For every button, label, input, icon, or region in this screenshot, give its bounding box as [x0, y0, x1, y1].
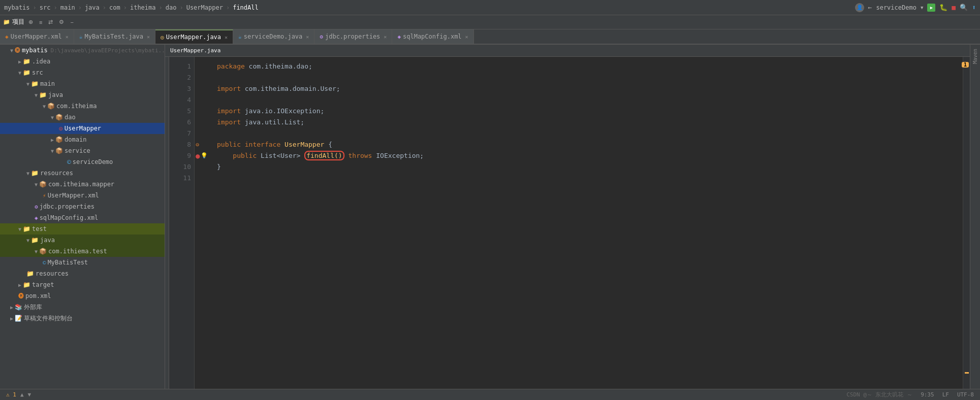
tab-mybatistest[interactable]: ☕ MyBatisTest.java ✕ [74, 29, 155, 44]
tab-usermapper-java[interactable]: ◎ UserMapper.java ✕ [155, 29, 233, 44]
code-line-8: public interface UserMapper { [217, 139, 955, 150]
nav-minimize-btn[interactable]: − [68, 18, 75, 26]
code-line-3: import com.itheima.domain.User; [217, 83, 955, 94]
tree-scratches[interactable]: ▶ 📝 草稿文件和控制台 [0, 313, 165, 324]
gi-9[interactable]: ● 💡 [196, 150, 208, 161]
ln-5: 5 [172, 106, 191, 117]
tab-jdbc[interactable]: ⚙ jdbc.properties ✕ [314, 29, 392, 44]
right-sidebar-panel: Maven [970, 45, 980, 389]
tree-dao[interactable]: ▼ 📦 dao [0, 112, 165, 123]
tree-com-ithiema-test[interactable]: ▼ 📦 com.ithiema.test [0, 246, 165, 257]
tree-jdbc-properties[interactable]: ⚙ jdbc.properties [0, 201, 165, 212]
mybatis-icon: 🅜 [15, 47, 20, 54]
tab-icon-sql: ◈ [397, 34, 401, 40]
tab-sqlmapconfig[interactable]: ◈ sqlMapConfig.xml ✕ [392, 29, 473, 44]
tab-close-mybatistest[interactable]: ✕ [147, 34, 150, 40]
tree-external-libs[interactable]: ▶ 📚 外部库 [0, 302, 165, 313]
editor-breadcrumb: UserMapper.java [165, 45, 970, 57]
warning-marker: 1 [962, 59, 969, 69]
main-label: main [40, 80, 55, 87]
tree-mybatis-root[interactable]: ▼ 🅜 mybatis D:\javaweb\javaEEProjects\my… [0, 45, 165, 56]
search-button[interactable]: 🔍 [960, 4, 968, 11]
gi-2 [196, 72, 208, 83]
status-bar: ⚠ 1 ▲ ▼ CSDN @～ 东北大叽花 ～ 9:35 LF UTF-8 [0, 389, 980, 400]
servicedemo-label: serviceDemo [73, 158, 113, 165]
profile-icon[interactable]: 👤 [855, 3, 864, 12]
breadcrumb-src: src [40, 4, 51, 11]
usermapper-interface-icon: ⊙ [59, 125, 63, 132]
domain-label: domain [65, 136, 86, 143]
tree-domain[interactable]: ▶ 📦 domain [0, 134, 165, 145]
code-line-5: import java.io.IOException; [217, 106, 955, 117]
debug-button[interactable]: 🐛 [939, 4, 947, 11]
breadcrumb-java: java [85, 4, 100, 11]
cursor-position: 9:35 [921, 391, 934, 398]
tree-sqlmapconfig[interactable]: ◈ sqlMapConfig.xml [0, 212, 165, 223]
tree-com-itheima-mapper[interactable]: ▼ 📦 com.itheima.mapper [0, 179, 165, 190]
test-pkg-icon: 📦 [39, 248, 47, 255]
idea-label: .idea [32, 58, 50, 65]
tree-test-java[interactable]: ▼ 📁 java [0, 235, 165, 246]
nav-collapse-btn[interactable]: ≡ [37, 18, 44, 26]
run-button[interactable] [927, 4, 935, 12]
nav-down-icon[interactable]: ▼ [28, 391, 31, 398]
usermapper-label: UserMapper [65, 125, 101, 132]
external-libs-label: 外部库 [24, 303, 42, 312]
tree-com-itheima[interactable]: ▼ 📦 com.itheima [0, 101, 165, 112]
breakpoint-icon[interactable]: ● [196, 150, 200, 161]
code-editor[interactable]: 1 2 3 4 5 6 7 8 9 10 11 ⊖ [165, 57, 970, 389]
gi-8[interactable]: ⊖ [196, 139, 208, 150]
lamp-icon[interactable]: 💡 [201, 150, 208, 161]
src-label: src [32, 69, 43, 76]
ln-8: 8 [172, 139, 191, 150]
tab-icon-service: ☕ [238, 34, 242, 40]
findall-highlight: findAll() [304, 151, 344, 160]
breadcrumb-com: com [109, 4, 120, 11]
tree-servicedemo[interactable]: © serviceDemo [0, 156, 165, 168]
tree-target[interactable]: ▶ 📁 target [0, 279, 165, 290]
code-content[interactable]: package com.itheima.dao; import com.ithe… [209, 57, 963, 389]
scroll-overview[interactable]: 1 [963, 57, 970, 389]
tree-src[interactable]: ▼ 📁 src [0, 67, 165, 78]
tree-resources[interactable]: ▼ 📁 resources [0, 168, 165, 179]
nav-back-icon[interactable]: ← [868, 4, 872, 11]
tree-java[interactable]: ▼ 📁 java [0, 89, 165, 101]
tab-close-usermapper[interactable]: ✕ [225, 35, 228, 40]
tree-pom-xml[interactable]: 🅜 pom.xml [0, 290, 165, 302]
tree-test-resources[interactable]: 📁 resources [0, 268, 165, 279]
tab-close-xml[interactable]: ✕ [66, 34, 69, 40]
update-button[interactable]: ⬆ [972, 4, 976, 11]
usermapper-xml-label: UserMapper.xml [48, 192, 99, 199]
nav-settings-btn[interactable]: ⚙ [57, 18, 66, 26]
tab-servicedemo[interactable]: ☕ serviceDemo.java ✕ [233, 29, 314, 44]
tab-close-servicedemo[interactable]: ✕ [306, 34, 309, 40]
breadcrumb-dao: dao [166, 4, 177, 11]
xml-file-icon: ⚡ [43, 192, 46, 199]
tab-close-jdbc[interactable]: ✕ [384, 34, 387, 40]
maven-label[interactable]: Maven [972, 47, 978, 66]
tab-icon-java-test: ☕ [79, 34, 83, 40]
nav-sync-btn[interactable]: ⇄ [46, 18, 55, 26]
nav-forward-btn[interactable]: ⊕ [26, 18, 35, 26]
tree-idea[interactable]: ▶ 📁 .idea [0, 56, 165, 67]
service-package-icon: 📦 [55, 147, 63, 154]
gi-10 [196, 161, 208, 173]
run-config-label: serviceDemo [876, 4, 916, 11]
tree-main[interactable]: ▼ 📁 main [0, 78, 165, 89]
test-java-icon: 📁 [31, 237, 39, 244]
tree-test[interactable]: ▼ 📁 test [0, 223, 165, 235]
stop-button[interactable]: ■ [952, 4, 956, 11]
tab-icon-usermapper: ◎ [161, 34, 164, 41]
nav-up-icon[interactable]: ▲ [20, 391, 24, 398]
tab-close-sql[interactable]: ✕ [465, 34, 468, 40]
tab-usermapper-xml[interactable]: ◈ UserMapper.xml ✕ [0, 29, 74, 44]
breadcrumb-usermapper: UserMapper [186, 4, 223, 11]
dropdown-icon[interactable]: ▼ [921, 5, 923, 10]
tree-usermapper[interactable]: ⊙ UserMapper [0, 123, 165, 134]
code-line-9: public List<User> findAll() throws IOExc… [217, 150, 955, 161]
tree-mybatistest[interactable]: © MyBatisTest [0, 257, 165, 268]
tree-service[interactable]: ▼ 📦 service [0, 145, 165, 156]
encoding: UTF-8 [957, 391, 974, 398]
tree-usermapper-xml[interactable]: ⚡ UserMapper.xml [0, 190, 165, 201]
target-label: target [32, 281, 54, 288]
